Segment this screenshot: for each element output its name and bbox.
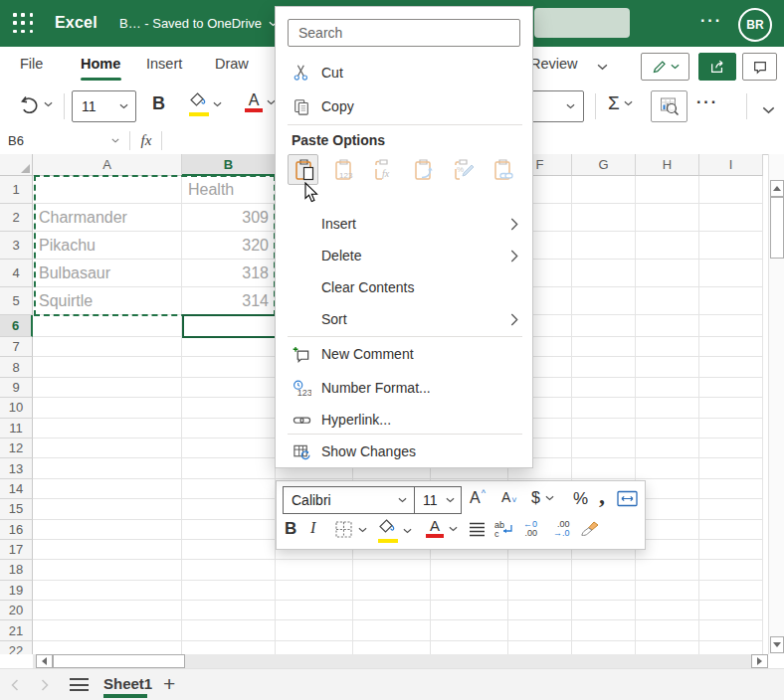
cell-A16[interactable] <box>33 520 182 540</box>
ribbon-collapse-chevron-icon[interactable] <box>762 106 775 114</box>
cell-H12[interactable] <box>636 438 699 458</box>
merge-cells-button[interactable] <box>617 490 638 507</box>
row-header-2[interactable]: 2 <box>0 204 33 232</box>
font-size-select[interactable]: 11 <box>72 90 136 122</box>
mini-fill-color-button[interactable] <box>378 519 412 543</box>
toolbar-overflow-button[interactable]: ··· <box>696 93 718 111</box>
scroll-right-button[interactable] <box>751 654 768 668</box>
menu-search-input[interactable] <box>288 19 520 47</box>
autosum-button[interactable]: Σ <box>608 92 633 114</box>
cell-H8[interactable] <box>636 357 699 377</box>
cell-H6[interactable] <box>636 315 699 337</box>
cell-A6[interactable] <box>33 315 182 337</box>
cell-F19[interactable] <box>508 581 572 601</box>
prev-sheet-icon[interactable] <box>10 679 20 691</box>
cell-B3[interactable]: 320 <box>182 232 276 260</box>
vertical-scroll-thumb[interactable] <box>770 197 784 259</box>
cell-E22[interactable] <box>431 641 508 654</box>
cell-B20[interactable] <box>182 601 276 620</box>
row-header-21[interactable]: 21 <box>0 620 33 640</box>
increase-font-size-button[interactable]: A^ <box>470 489 486 507</box>
cell-I19[interactable] <box>699 581 763 601</box>
paste-formulas-icon[interactable]: fx <box>367 154 398 185</box>
menu-item-hyperlink[interactable]: Hyperlink... <box>276 404 532 436</box>
cell-G11[interactable] <box>572 419 636 438</box>
undo-button[interactable] <box>20 95 53 113</box>
cell-B11[interactable] <box>182 419 276 438</box>
mini-font-color-button[interactable]: A <box>426 519 458 538</box>
column-header-H[interactable]: H <box>636 154 699 176</box>
column-header-B[interactable]: B <box>182 154 276 176</box>
cell-A3[interactable]: Pikachu <box>33 232 182 260</box>
cell-C20[interactable] <box>276 601 353 620</box>
all-sheets-icon[interactable] <box>70 678 89 691</box>
font-color-button[interactable]: A <box>245 92 276 112</box>
cell-B1[interactable]: Health <box>182 176 276 204</box>
cell-I2[interactable] <box>699 204 763 232</box>
cell-G9[interactable] <box>572 378 636 398</box>
cell-A15[interactable] <box>33 499 182 519</box>
cell-G10[interactable] <box>572 398 636 418</box>
cell-I3[interactable] <box>699 232 763 260</box>
cell-A17[interactable] <box>33 540 182 560</box>
row-header-7[interactable]: 7 <box>0 337 33 357</box>
decrease-decimal-button[interactable]: .00→.0 <box>553 520 570 538</box>
menu-item-delete[interactable]: Delete <box>276 240 532 271</box>
cell-H10[interactable] <box>636 398 699 418</box>
cell-F18[interactable] <box>508 560 572 580</box>
editing-mode-button[interactable] <box>641 53 689 81</box>
tab-review[interactable]: Review <box>530 56 578 72</box>
menu-item-number-format[interactable]: 123 Number Format... <box>276 372 532 404</box>
cell-B9[interactable] <box>182 378 276 398</box>
cell-H20[interactable] <box>636 601 699 620</box>
cell-C22[interactable] <box>276 641 353 654</box>
menu-item-copy[interactable]: Copy <box>276 90 532 122</box>
cell-A2[interactable]: Charmander <box>33 204 182 232</box>
cell-A7[interactable] <box>33 337 182 357</box>
comments-button[interactable] <box>742 53 777 81</box>
cell-B17[interactable] <box>182 540 276 560</box>
cell-A19[interactable] <box>33 581 182 601</box>
borders-button[interactable] <box>334 520 367 539</box>
analyze-data-button[interactable] <box>651 90 687 122</box>
cell-B6[interactable] <box>182 315 276 337</box>
titlebar-search-box[interactable] <box>534 8 630 38</box>
cell-B12[interactable] <box>182 438 276 458</box>
cell-A1[interactable] <box>33 176 182 204</box>
cell-F21[interactable] <box>508 620 572 640</box>
menu-item-show-changes[interactable]: Show Changes <box>276 436 532 467</box>
cell-I14[interactable] <box>699 479 763 499</box>
cell-A13[interactable] <box>33 458 182 478</box>
column-header-G[interactable]: G <box>572 154 636 176</box>
cell-I18[interactable] <box>699 560 763 580</box>
cell-A14[interactable] <box>33 479 182 499</box>
paste-transpose-icon[interactable] <box>407 154 438 185</box>
scroll-down-button[interactable] <box>770 636 784 653</box>
cell-I13[interactable] <box>699 458 763 478</box>
document-title[interactable]: B… - Saved to OneDrive <box>119 16 278 31</box>
cell-B22[interactable] <box>182 641 276 654</box>
row-header-6[interactable]: 6 <box>0 315 33 337</box>
app-launcher-waffle-icon[interactable] <box>13 13 34 34</box>
row-header-9[interactable]: 9 <box>0 378 33 398</box>
cell-B10[interactable] <box>182 398 276 418</box>
cell-B19[interactable] <box>182 581 276 601</box>
cell-G4[interactable] <box>572 260 636 287</box>
cell-G22[interactable] <box>572 641 636 654</box>
cell-C21[interactable] <box>276 620 353 640</box>
cell-G2[interactable] <box>572 204 636 232</box>
cell-I15[interactable] <box>699 499 763 519</box>
cell-A5[interactable]: Squirtle <box>33 287 182 315</box>
cell-D21[interactable] <box>353 620 431 640</box>
paste-formatting-icon[interactable]: % <box>447 154 478 185</box>
cell-G12[interactable] <box>572 438 636 458</box>
cell-G3[interactable] <box>572 232 636 260</box>
row-header-15[interactable]: 15 <box>0 499 33 519</box>
cell-D20[interactable] <box>353 601 431 620</box>
cell-E20[interactable] <box>431 601 508 620</box>
cell-G6[interactable] <box>572 315 636 337</box>
cell-D19[interactable] <box>353 581 431 601</box>
add-sheet-button[interactable]: + <box>163 672 175 696</box>
row-header-18[interactable]: 18 <box>0 560 33 580</box>
row-header-22[interactable]: 22 <box>0 641 33 654</box>
